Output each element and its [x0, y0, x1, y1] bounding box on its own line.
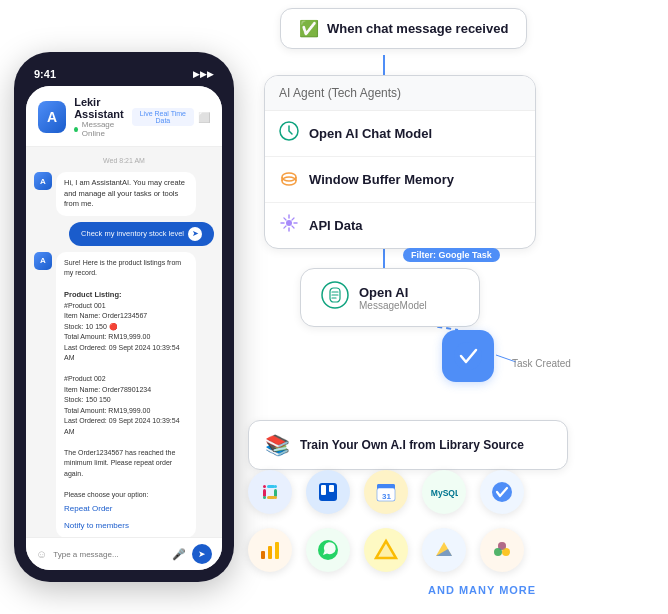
svg-point-9	[286, 220, 292, 226]
chat-input-bar: ☺ 🎤 ➤	[26, 537, 222, 570]
ai-item-api[interactable]: API Data	[265, 203, 535, 248]
analytics-icon[interactable]	[248, 528, 292, 572]
svg-point-44	[498, 542, 506, 550]
svg-rect-15	[263, 489, 266, 497]
memory-icon	[279, 167, 299, 192]
chat-date: Wed 8:21 AM	[34, 157, 214, 164]
message-options: Repeat Order Notify to members	[64, 502, 188, 532]
svg-rect-24	[321, 485, 326, 495]
google-photos-icon[interactable]	[480, 528, 524, 572]
live-data-btn[interactable]: Live Real Time Data	[132, 108, 194, 126]
calendar-icon[interactable]: 31	[364, 470, 408, 514]
trigger-icon: ✅	[299, 19, 319, 38]
trigger-node[interactable]: ✅ When chat message received	[280, 8, 527, 49]
and-more-label: AND MANY MORE	[428, 584, 536, 596]
ai-item-openai[interactable]: Open AI Chat Model	[265, 111, 535, 157]
flow-area: ✅ When chat message received AI Agent (T…	[248, 0, 668, 614]
bot-avatar-2: A	[34, 252, 52, 270]
phone-time: 9:41	[34, 68, 56, 80]
openai-info: Open AI MessageModel	[359, 285, 427, 311]
svg-text:MySQL: MySQL	[431, 488, 458, 498]
phone-notch: 9:41 ▶▶▶	[26, 64, 222, 86]
openai-chat-label: Open AI Chat Model	[309, 126, 432, 141]
bot-msg-1: Hi, I am AssistantAI. You may create and…	[56, 172, 196, 216]
svg-rect-22	[274, 496, 277, 499]
chat-body: Wed 8:21 AM A Hi, I am AssistantAI. You …	[26, 147, 222, 537]
svg-rect-33	[268, 546, 272, 559]
train-ai-box[interactable]: 📚 Train Your Own A.I from Library Source	[248, 420, 568, 470]
svg-rect-21	[274, 485, 277, 488]
send-icon: ➤	[188, 227, 202, 241]
openai-sub: MessageModel	[359, 300, 427, 311]
phone-status: ▶▶▶	[193, 69, 214, 79]
trigger-label: When chat message received	[327, 21, 508, 36]
memory-label: Window Buffer Memory	[309, 172, 454, 187]
app-name: Lekir Assistant	[74, 96, 124, 120]
integrations-row-1: 31 MySQL	[248, 470, 524, 514]
svg-rect-19	[263, 485, 266, 488]
openai-chat-icon	[279, 121, 299, 146]
svg-rect-16	[267, 485, 275, 488]
svg-point-31	[492, 482, 512, 502]
train-icon: 📚	[265, 433, 290, 457]
inventory-btn[interactable]: Check my inventory stock level ➤	[69, 222, 214, 246]
svg-point-14	[454, 342, 482, 370]
filter-label: Filter: Google Task	[403, 248, 500, 262]
google-drive-icon[interactable]	[422, 528, 466, 572]
app-status: Message Online	[74, 120, 124, 138]
svg-rect-17	[274, 489, 277, 497]
ai-agent-box[interactable]: AI Agent (Tech Agents) Open AI Chat Mode…	[264, 75, 536, 249]
bot-msg-1-row: A Hi, I am AssistantAI. You may create a…	[34, 172, 214, 216]
task-icon[interactable]	[480, 470, 524, 514]
bot-msg-2-row: A Sure! Here is the product listings fro…	[34, 252, 214, 538]
ai-agent-header: AI Agent (Tech Agents)	[265, 76, 535, 111]
chat-header: A Lekir Assistant Message Online Live Re…	[26, 86, 222, 147]
svg-marker-37	[376, 541, 396, 558]
phone-screen: A Lekir Assistant Message Online Live Re…	[26, 86, 222, 570]
send-button[interactable]: ➤	[192, 544, 212, 564]
user-msg-row: Check my inventory stock level ➤	[34, 222, 214, 246]
train-label: Train Your Own A.I from Library Source	[300, 438, 524, 452]
svg-rect-32	[261, 551, 265, 559]
svg-rect-25	[329, 485, 334, 492]
api-label: API Data	[309, 218, 362, 233]
phone-mockup: 9:41 ▶▶▶ A Lekir Assistant Message Onlin…	[14, 52, 234, 582]
openai-title: Open AI	[359, 285, 427, 300]
online-dot	[74, 127, 78, 132]
openai-icon	[321, 281, 349, 314]
task-created-label: Task Created	[512, 358, 571, 369]
mysql-icon[interactable]: MySQL	[422, 470, 466, 514]
mic-icon[interactable]: 🎤	[172, 548, 186, 561]
svg-rect-18	[267, 496, 275, 499]
google-ads-icon[interactable]	[364, 528, 408, 572]
repeat-order-btn[interactable]: Repeat Order	[64, 502, 188, 515]
bot-avatar-1: A	[34, 172, 52, 190]
ai-item-memory[interactable]: Window Buffer Memory	[265, 157, 535, 203]
bot-msg-2: Sure! Here is the product listings from …	[56, 252, 196, 538]
task-check-circle	[442, 330, 494, 382]
product-reply: Sure! Here is the product listings from …	[64, 258, 188, 501]
integrations-row-2	[248, 528, 524, 572]
chat-header-info: Lekir Assistant Message Online	[74, 96, 124, 138]
svg-rect-34	[275, 542, 279, 559]
svg-rect-20	[263, 496, 266, 499]
slack-icon[interactable]	[248, 470, 292, 514]
header-actions: Live Real Time Data ⬜	[132, 108, 210, 126]
whatsapp-icon[interactable]	[306, 528, 350, 572]
notify-members-btn[interactable]: Notify to members	[64, 519, 188, 532]
message-input[interactable]	[53, 550, 166, 559]
avatar: A	[38, 101, 66, 133]
svg-text:31: 31	[382, 492, 391, 501]
emoji-icon[interactable]: ☺	[36, 548, 47, 560]
openai-message-box[interactable]: Open AI MessageModel	[300, 268, 480, 327]
api-icon	[279, 213, 299, 238]
trello-icon[interactable]	[306, 470, 350, 514]
